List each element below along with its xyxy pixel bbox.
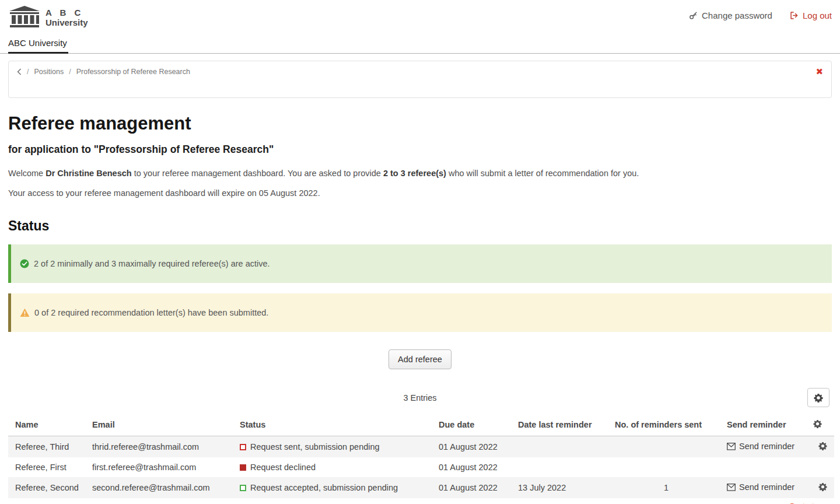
add-referee-button[interactable]: Add referee: [388, 349, 452, 369]
referee-name: Referee, Second: [8, 477, 88, 498]
gear-icon: [818, 442, 827, 450]
logout-label: Log out: [803, 10, 832, 20]
envelope-icon: [727, 443, 736, 450]
close-icon[interactable]: ✖: [816, 67, 823, 76]
main-content: Referee management for application to "P…: [0, 113, 840, 504]
logo-text-university: University: [46, 18, 88, 27]
reminders-sent-count: [610, 436, 722, 458]
table-settings-button[interactable]: [807, 388, 830, 407]
col-header-name: Name: [8, 414, 88, 436]
send-reminder-link[interactable]: Send reminder: [727, 442, 794, 451]
col-header-email: Email: [88, 414, 235, 436]
referee-status: Request declined: [235, 457, 434, 477]
date-last-reminder: [513, 457, 610, 477]
welcome-middle: to your referee management dashboard. Yo…: [132, 169, 383, 178]
top-header: A B C University Change password: [0, 0, 840, 32]
date-last-reminder: [513, 436, 610, 458]
status-square-icon: [240, 444, 246, 450]
gear-icon: [814, 393, 823, 402]
table-header-row: Name Email Status Due date Date last rem…: [8, 414, 834, 436]
referee-row: Referee, Thirdthrid.referee@trashmail.co…: [8, 436, 834, 458]
go-to-top-label: Go to top: [789, 502, 824, 504]
status-alert-warning: 0 of 2 required recommendation letter(s)…: [8, 293, 832, 332]
col-header-settings: [808, 414, 834, 436]
university-building-icon: [8, 6, 41, 29]
main-nav: ABC University: [0, 35, 840, 54]
header-actions: Change password Log out: [689, 6, 832, 20]
applicant-name: Dr Christine Benesch: [46, 169, 131, 178]
entries-row: 3 Entries: [8, 388, 832, 408]
date-last-reminder: 13 July 2022: [513, 477, 610, 498]
logout-link[interactable]: Log out: [790, 10, 832, 20]
col-header-reminders-sent: No. of reminders sent: [610, 414, 722, 436]
logo-text: A B C University: [46, 8, 88, 28]
referee-table: Name Email Status Due date Date last rem…: [8, 414, 834, 498]
due-date: 01 August 2022: [434, 477, 513, 498]
breadcrumb-panel: / Positions / Professorship of Referee R…: [8, 61, 832, 98]
row-settings-cell: [808, 457, 834, 477]
reminders-sent-count: [610, 457, 722, 477]
logo-text-abc: A B C: [46, 8, 88, 18]
row-settings-icon[interactable]: [818, 442, 827, 450]
row-settings-cell: [808, 436, 834, 458]
envelope-icon: [727, 484, 736, 491]
check-circle-icon: [20, 259, 29, 268]
warning-triangle-icon: [20, 308, 30, 317]
page-subtitle: for application to "Professorship of Ref…: [8, 144, 832, 156]
change-password-label: Change password: [702, 10, 772, 20]
referee-status: Request accepted, submission pending: [235, 477, 434, 498]
send-reminder-link[interactable]: Send reminder: [727, 482, 794, 492]
expiry-text: Your access to your referee management d…: [8, 187, 832, 200]
referee-email: thrid.referee@trashmail.com: [88, 436, 235, 458]
add-referee-area: Add referee: [8, 349, 832, 369]
col-header-due-date: Due date: [434, 414, 513, 436]
send-reminder-cell: Send reminder: [722, 477, 808, 498]
go-to-top-link[interactable]: Go to top: [8, 498, 832, 504]
page-title: Referee management: [8, 113, 832, 134]
status-square-icon: [240, 464, 246, 471]
change-password-link[interactable]: Change password: [689, 10, 772, 20]
welcome-text: Welcome Dr Christine Benesch to your ref…: [8, 167, 832, 180]
col-header-date-last-reminder: Date last reminder: [513, 414, 610, 436]
referee-table-body: Referee, Thirdthrid.referee@trashmail.co…: [8, 436, 834, 499]
success-message: 2 of 2 minimally and 3 maximally require…: [34, 259, 270, 268]
col-header-status: Status: [235, 414, 434, 436]
due-date: 01 August 2022: [434, 436, 513, 458]
breadcrumb-separator: /: [69, 68, 71, 76]
university-logo: A B C University: [8, 6, 88, 29]
status-square-icon: [240, 485, 246, 491]
col-header-send-reminder: Send reminder: [722, 414, 808, 436]
welcome-suffix: who will submit a letter of recommendati…: [446, 169, 639, 178]
breadcrumb: / Positions / Professorship of Referee R…: [17, 67, 823, 76]
row-settings-icon[interactable]: [818, 482, 827, 491]
referee-status: Request sent, submission pending: [235, 436, 434, 458]
referee-requirement: 2 to 3 referee(s): [383, 169, 446, 178]
gear-icon: [818, 482, 827, 491]
logout-icon: [790, 11, 799, 20]
reminders-sent-count: 1: [610, 477, 722, 498]
referee-name: Referee, First: [8, 457, 88, 477]
tab-abc-university[interactable]: ABC University: [8, 35, 68, 54]
breadcrumb-positions[interactable]: Positions: [34, 68, 64, 76]
entries-count: 3 Entries: [403, 393, 436, 402]
status-alert-success: 2 of 2 minimally and 3 maximally require…: [8, 244, 832, 283]
send-reminder-cell: Send reminder: [722, 436, 808, 458]
breadcrumb-current: Professorship of Referee Research: [76, 68, 190, 76]
referee-row: Referee, Firstfirst.referee@trashmail.co…: [8, 457, 834, 477]
welcome-prefix: Welcome: [8, 169, 46, 178]
referee-email: second.referee@trashmail.com: [88, 477, 235, 498]
back-chevron-icon[interactable]: [17, 68, 22, 75]
referee-name: Referee, Third: [8, 436, 88, 458]
row-settings-cell: [808, 477, 834, 498]
warning-message: 0 of 2 required recommendation letter(s)…: [34, 308, 268, 317]
referee-email: first.referee@trashmail.com: [88, 457, 235, 477]
referee-row: Referee, Secondsecond.referee@trashmail.…: [8, 477, 834, 498]
column-settings-icon[interactable]: [813, 419, 822, 428]
send-reminder-cell: [722, 457, 808, 477]
status-heading: Status: [8, 218, 832, 234]
key-icon: [689, 11, 698, 20]
due-date: 01 August 2022: [434, 457, 513, 477]
breadcrumb-separator: /: [27, 68, 29, 76]
